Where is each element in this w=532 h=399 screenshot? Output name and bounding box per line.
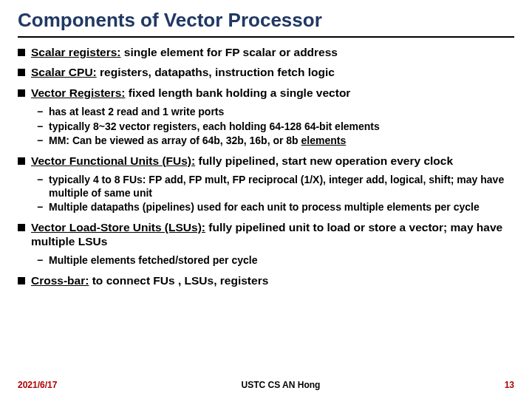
bullet-item: Scalar CPU: registers, datapaths, instru…: [18, 65, 514, 79]
bullet-label: Vector Functional Units (FUs):: [31, 154, 195, 167]
footer-center: USTC CS AN Hong: [242, 380, 321, 390]
footer-page-number: 13: [505, 380, 514, 390]
bullet-text: Cross-bar: to connect FUs , LSUs, regist…: [31, 273, 514, 287]
footer-date: 2021/6/17: [18, 380, 57, 390]
bullet-item: Scalar registers: single element for FP …: [18, 45, 514, 59]
square-bullet-icon: [18, 157, 25, 165]
sub-bullet-text: Multiple datapaths (pipelines) used for …: [49, 201, 514, 214]
dash-bullet-icon: −: [37, 134, 47, 148]
sub-bullet-item: −Multiple datapaths (pipelines) used for…: [37, 201, 514, 214]
square-bullet-icon: [18, 224, 25, 231]
sub-bullet-item: −MM: Can be viewed as array of 64b, 32b,…: [37, 134, 514, 148]
bullet-text: Vector Registers: fixed length bank hold…: [31, 86, 514, 100]
bullet-text: Vector Functional Units (FUs): fully pip…: [31, 154, 514, 168]
dash-bullet-icon: −: [37, 254, 47, 267]
square-bullet-icon: [18, 69, 25, 76]
sub-bullet-item: −has at least 2 read and 1 write ports: [37, 106, 514, 119]
sub-bullet-item: −Multiple elements fetched/stored per cy…: [37, 254, 514, 267]
dash-bullet-icon: −: [37, 174, 47, 187]
sub-bullet-text: Multiple elements fetched/stored per cyc…: [49, 254, 514, 267]
sub-bullet-text: MM: Can be viewed as array of 64b, 32b, …: [49, 134, 514, 148]
square-bullet-icon: [18, 89, 25, 97]
bullet-text: Scalar registers: single element for FP …: [31, 45, 514, 59]
bullet-rest: fixed length bank holding a single vecto…: [126, 86, 351, 99]
square-bullet-icon: [18, 277, 25, 284]
bullet-rest: registers, datapaths, instruction fetch …: [97, 66, 335, 78]
dash-bullet-icon: −: [37, 120, 47, 134]
bullet-rest: single element for FP scalar or address: [121, 46, 338, 58]
sub-bullet-text: has at least 2 read and 1 write ports: [49, 106, 514, 119]
bullet-text: Scalar CPU: registers, datapaths, instru…: [31, 65, 514, 79]
bullet-item: Vector Functional Units (FUs): fully pip…: [18, 154, 514, 168]
square-bullet-icon: [18, 49, 25, 56]
title-divider: [18, 36, 514, 38]
bullet-text: Vector Load-Store Units (LSUs): fully pi…: [31, 220, 514, 249]
slide-title: Components of Vector Processor: [18, 9, 514, 32]
sub-bullet-text: typically 4 to 8 FUs: FP add, FP mult, F…: [49, 174, 514, 200]
sub-bullet-text: typically 8~32 vector registers, each ho…: [49, 120, 514, 134]
bullet-item: Cross-bar: to connect FUs , LSUs, regist…: [18, 273, 514, 287]
bullet-item: Vector Load-Store Units (LSUs): fully pi…: [18, 220, 514, 249]
dash-bullet-icon: −: [37, 106, 47, 119]
dash-bullet-icon: −: [37, 201, 47, 214]
sub-bullet-list: −Multiple elements fetched/stored per cy…: [37, 254, 514, 267]
slide-content: Scalar registers: single element for FP …: [18, 45, 514, 287]
bullet-label: Scalar CPU:: [31, 66, 97, 78]
sub-bullet-item: −typically 8~32 vector registers, each h…: [37, 120, 514, 134]
bullet-label: Vector Registers:: [31, 86, 126, 99]
bullet-label: Vector Load-Store Units (LSUs):: [31, 221, 205, 233]
sub-bullet-item: −typically 4 to 8 FUs: FP add, FP mult, …: [37, 174, 514, 200]
bullet-rest: to connect FUs , LSUs, registers: [89, 274, 268, 287]
bullet-label: Cross-bar:: [31, 274, 89, 287]
slide-footer: 2021/6/17 USTC CS AN Hong 13: [18, 380, 514, 390]
bullet-label: Scalar registers:: [31, 46, 121, 58]
bullet-rest: fully pipelined, start new operation eve…: [195, 154, 453, 167]
bullet-item: Vector Registers: fixed length bank hold…: [18, 86, 514, 100]
sub-bullet-list: −typically 4 to 8 FUs: FP add, FP mult, …: [37, 174, 514, 214]
sub-bullet-list: −has at least 2 read and 1 write ports−t…: [37, 106, 514, 148]
